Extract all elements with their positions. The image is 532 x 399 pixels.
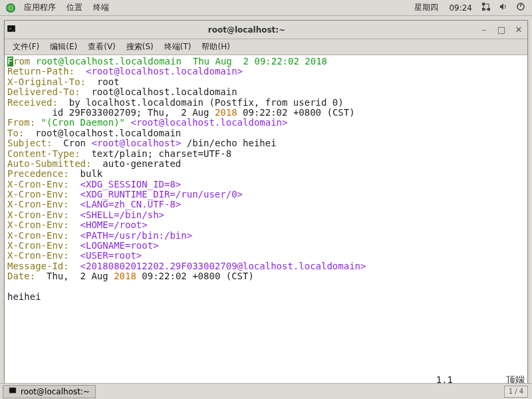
x-original-to-key: X-Original-To: bbox=[7, 76, 86, 87]
terminal-icon: >_ bbox=[5, 24, 18, 35]
cron-env-3: <LANG=zh_CN.UTF-8> bbox=[80, 199, 182, 209]
subject-v2: <root@localhost> bbox=[91, 138, 181, 148]
menu-file[interactable]: 文件(F) bbox=[7, 40, 45, 54]
terminal-window: >_ root@localhost:~ – □ ✕ 文件(F) 编辑(E) 查看… bbox=[4, 20, 528, 388]
cron-env-key-6: X-Cron-Env: bbox=[7, 230, 69, 241]
top-panel: 应用程序 位置 终端 星期四 09:24 bbox=[0, 0, 532, 16]
minimize-button[interactable]: – bbox=[475, 25, 493, 35]
received-line2a: id 29F033002709; Thu, 2 Aug bbox=[7, 107, 215, 118]
panel-apps-menu[interactable]: 应用程序 bbox=[19, 1, 61, 15]
panel-day: 星期四 bbox=[409, 1, 444, 15]
distro-logo-icon[interactable] bbox=[5, 3, 16, 13]
cron-env-6: <PATH=/usr/bin:/bin> bbox=[80, 230, 193, 241]
cron-env-8: <USER=root> bbox=[80, 250, 142, 261]
menubar: 文件(F) 编辑(E) 查看(V) 搜索(S) 终端(T) 帮助(H) bbox=[5, 39, 527, 55]
received-line1: by localhost.localdomain (Postfix, from … bbox=[69, 97, 344, 108]
panel-terminal-menu[interactable]: 终端 bbox=[88, 1, 114, 15]
cron-env-key-3: X-Cron-Env: bbox=[7, 199, 69, 209]
mail-from-date: Thu Aug 2 09:22:02 2018 bbox=[193, 56, 327, 66]
auto-submitted-key: Auto-Submitted: bbox=[7, 158, 91, 169]
cron-env-key-2: X-Cron-Env: bbox=[7, 189, 69, 200]
from-key: From: bbox=[7, 117, 35, 128]
cursor: F bbox=[7, 57, 13, 66]
menu-search[interactable]: 搜索(S) bbox=[121, 40, 159, 54]
date-v2: 09:22:02 +0800 (CST) bbox=[136, 271, 254, 281]
cron-env-4: <SHELL=/bin/sh> bbox=[80, 209, 164, 220]
network-icon[interactable] bbox=[477, 2, 495, 13]
precedence-key: Precedence: bbox=[7, 168, 69, 179]
message-id-value: <20180802012202.29F033002709@localhost.l… bbox=[80, 261, 366, 271]
taskbar-item-terminal[interactable]: root@localhost:~ bbox=[3, 385, 96, 398]
from-addr: <root@localhost.localdomain> bbox=[130, 117, 287, 128]
message-id-key: Message-Id: bbox=[7, 261, 69, 271]
menu-edit[interactable]: 编辑(E) bbox=[45, 40, 82, 54]
subject-v3: /bin/echo heihei bbox=[181, 138, 276, 148]
svg-rect-2 bbox=[487, 8, 490, 11]
cron-env-key-5: X-Cron-Env: bbox=[7, 219, 69, 230]
delivered-to-value: root@localhost.localdomain bbox=[91, 86, 237, 97]
cron-env-key-7: X-Cron-Env: bbox=[7, 240, 69, 251]
cron-env-key-1: X-Cron-Env: bbox=[7, 179, 69, 190]
cron-env-2: <XDG_RUNTIME_DIR=/run/user/0> bbox=[80, 189, 243, 200]
mail-from-addr: root@localhost.localdomain bbox=[36, 56, 182, 66]
taskbar-item-label: root@localhost:~ bbox=[21, 387, 90, 396]
svg-point-0 bbox=[7, 4, 15, 12]
menu-terminal[interactable]: 终端(T) bbox=[159, 40, 197, 54]
cron-env-1: <XDG_SESSION_ID=8> bbox=[80, 179, 182, 190]
subject-key: Subject: bbox=[7, 138, 52, 148]
terminal-viewport[interactable]: From root@localhost.localdomain Thu Aug … bbox=[5, 55, 527, 388]
close-button[interactable]: ✕ bbox=[510, 25, 527, 35]
x-original-to-value: root bbox=[97, 76, 120, 87]
date-key: Date: bbox=[7, 271, 35, 281]
to-value: root@localhost.localdomain bbox=[35, 128, 181, 138]
terminal-icon bbox=[9, 386, 17, 396]
received-line2b: 09:22:02 +0800 (CST) bbox=[237, 107, 355, 118]
bottom-taskbar: root@localhost:~ 1 / 4 bbox=[0, 383, 532, 399]
cron-env-7: <LOGNAME=root> bbox=[80, 240, 159, 251]
received-key: Received: bbox=[7, 97, 58, 108]
auto-submitted-value: auto-generated bbox=[102, 158, 181, 169]
content-type-value: text/plain; charset=UTF-8 bbox=[91, 148, 231, 159]
menu-help[interactable]: 帮助(H) bbox=[196, 40, 235, 54]
cron-env-5: <HOME=/root> bbox=[80, 219, 148, 230]
panel-clock[interactable]: 09:24 bbox=[444, 2, 477, 14]
from-name: "(Cron Daemon)" bbox=[41, 117, 125, 128]
maximize-button[interactable]: □ bbox=[493, 25, 510, 35]
content-type-key: Content-Type: bbox=[7, 148, 80, 159]
subject-v1: Cron bbox=[63, 138, 91, 148]
cron-env-key-4: X-Cron-Env: bbox=[7, 209, 69, 220]
panel-places-menu[interactable]: 位置 bbox=[61, 1, 88, 15]
menu-view[interactable]: 查看(V) bbox=[82, 40, 121, 54]
window-title: root@localhost:~ bbox=[18, 25, 475, 35]
return-path-key: Return-Path: bbox=[7, 66, 74, 76]
svg-rect-10 bbox=[10, 388, 16, 393]
window-titlebar[interactable]: >_ root@localhost:~ – □ ✕ bbox=[5, 21, 527, 39]
workspace-switcher[interactable]: 1 / 4 bbox=[504, 386, 528, 398]
delivered-to-key: Delivered-To: bbox=[7, 86, 80, 97]
received-year: 2018 bbox=[215, 107, 237, 118]
return-path-value: <root@localhost.localdomain> bbox=[86, 66, 243, 76]
date-v1: Thu, 2 Aug bbox=[47, 271, 114, 281]
precedence-value: bulk bbox=[80, 168, 103, 179]
to-key: To: bbox=[7, 128, 24, 138]
svg-text:>_: >_ bbox=[9, 26, 15, 31]
mail-body: heihei bbox=[7, 291, 41, 302]
mail-from-key: rom bbox=[13, 56, 30, 66]
cron-env-key-8: X-Cron-Env: bbox=[7, 250, 69, 261]
date-year: 2018 bbox=[114, 271, 136, 281]
volume-icon[interactable] bbox=[495, 2, 512, 13]
power-icon[interactable] bbox=[512, 2, 529, 13]
